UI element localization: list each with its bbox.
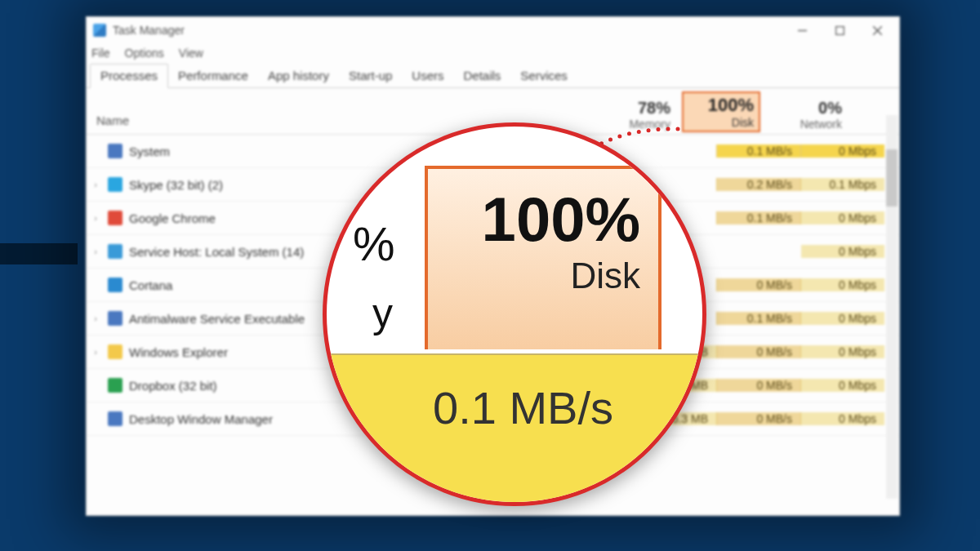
tab-details[interactable]: Details [453,64,510,87]
magnifier-fragment-percent: % [353,216,395,271]
process-icon [108,311,122,326]
tab-processes[interactable]: Processes [90,64,168,88]
titlebar[interactable]: Task Manager [87,17,899,43]
magnifier-disk-value: 0.1 MB/s [433,381,613,434]
magnifier: % y 100% Disk 0.1 MB/s [323,122,706,506]
menu-bar: File Options View [87,43,899,63]
tab-app-history[interactable]: App history [258,64,339,87]
process-name: Desktop Window Manager [129,412,273,426]
process-icon [108,344,122,359]
process-name: Skype (32 bit) (2) [129,178,223,192]
magnifier-fragment-y: y [372,290,393,337]
network-cell: 0 Mbps [801,412,884,425]
column-disk[interactable]: 100% Disk [682,91,760,132]
menu-view[interactable]: View [179,47,203,60]
network-cell: 0 Mbps [801,211,884,224]
wallpaper-stripe [0,243,78,264]
network-cell: 0 Mbps [801,245,884,258]
magnifier-disk-percent: 100% [436,189,640,251]
process-icon [108,411,122,426]
disk-cell: 0 MB/s [716,379,801,392]
disk-cell: 0 MB/s [716,345,801,358]
process-icon [108,144,122,158]
process-icon [108,177,122,192]
process-icon [108,244,122,259]
column-network[interactable]: 0% Network [768,99,850,131]
desktop-background: Task Manager File Options View Processes… [0,0,980,551]
tab-performance[interactable]: Performance [168,64,258,87]
process-name: System [129,144,170,158]
magnifier-disk-label: Disk [436,256,640,296]
network-cell: 0 Mbps [801,278,884,291]
expand-chevron-icon[interactable]: › [87,213,105,223]
window-title: Task Manager [113,24,185,37]
disk-cell: 0 MB/s [716,412,801,425]
expand-chevron-icon[interactable]: › [87,180,105,189]
tab-services[interactable]: Services [510,64,577,87]
scrollbar-thumb[interactable] [886,149,898,207]
task-manager-icon [93,24,106,37]
process-icon [108,211,122,225]
tab-users[interactable]: Users [402,64,453,87]
column-name[interactable]: Name [96,113,129,127]
network-cell: 0 Mbps [801,379,884,392]
disk-cell: 0.1 MB/s [716,312,801,325]
network-cell: 0 Mbps [801,312,884,325]
process-name: Cortana [129,278,172,292]
expand-chevron-icon[interactable]: › [87,347,105,357]
tab-startup[interactable]: Start-up [339,64,402,87]
expand-chevron-icon[interactable]: › [87,313,105,323]
disk-cell: 0 MB/s [716,278,801,291]
process-icon [108,278,122,292]
process-name: Service Host: Local System (14) [129,245,304,259]
disk-cell: 0.2 MB/s [716,178,801,191]
menu-options[interactable]: Options [125,47,164,60]
disk-cell: 0.1 MB/s [716,211,801,224]
minimize-button[interactable] [783,18,821,42]
menu-file[interactable]: File [91,47,110,60]
process-name: Google Chrome [129,211,216,225]
close-button[interactable] [858,18,896,42]
disk-cell: 0.1 MB/s [716,144,801,158]
network-cell: 0 Mbps [801,345,884,358]
process-name: Dropbox (32 bit) [129,379,217,393]
process-icon [108,378,122,393]
network-cell: 0.1 Mbps [801,178,884,191]
network-cell: 0 Mbps [801,144,884,158]
svg-rect-0 [835,26,844,34]
process-name: Antimalware Service Executable [129,312,305,326]
process-name: Windows Explorer [129,345,228,359]
column-memory[interactable]: 78% Memory [597,99,679,131]
expand-chevron-icon[interactable]: › [87,247,105,256]
maximize-button[interactable] [821,18,858,42]
tab-bar: Processes Performance App history Start-… [87,63,899,88]
magnifier-disk-header: 100% Disk [425,166,662,349]
